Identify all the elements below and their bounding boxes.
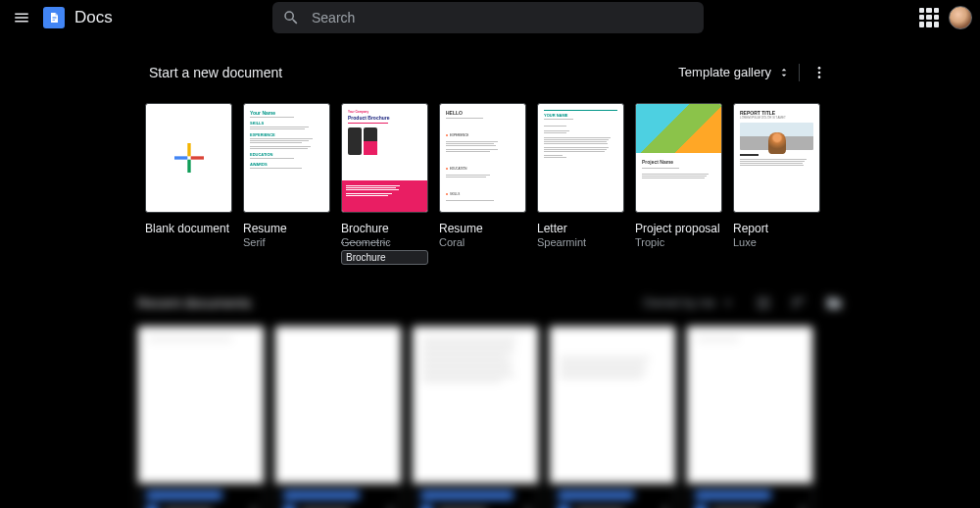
template-blank[interactable]: Blank document xyxy=(145,103,232,265)
document-card[interactable] xyxy=(412,326,539,508)
document-card[interactable] xyxy=(686,326,813,508)
template-project-proposal[interactable]: Project Name Project proposal Tropic xyxy=(635,103,722,265)
template-subtitle: Coral xyxy=(439,236,526,248)
template-brochure[interactable]: Your Company Product Brochure Brochure G… xyxy=(341,103,428,265)
templates-more-button[interactable] xyxy=(808,61,831,84)
template-subtitle: Spearmint xyxy=(537,236,624,248)
template-tooltip: Brochure xyxy=(341,250,428,265)
svg-point-5 xyxy=(818,76,821,78)
svg-rect-6 xyxy=(187,143,190,156)
document-card[interactable] xyxy=(137,326,265,508)
template-name: Blank document xyxy=(145,222,232,235)
template-gallery-button[interactable]: Template gallery xyxy=(678,65,791,79)
docs-logo xyxy=(43,7,65,28)
template-resume-coral[interactable]: HELLO EXPERIENCE EDUCATION SKILLS Resume… xyxy=(439,103,526,265)
template-letter[interactable]: YOUR NAME Letter Spearmint xyxy=(537,103,624,265)
svg-rect-8 xyxy=(174,156,187,159)
dropdown-icon xyxy=(719,294,737,312)
unfold-icon xyxy=(777,66,791,79)
svg-rect-7 xyxy=(187,160,190,173)
svg-point-4 xyxy=(818,71,821,74)
owned-by-filter[interactable]: Owned by me xyxy=(643,294,737,312)
template-subtitle: Luxe xyxy=(733,236,820,248)
top-bar: Docs xyxy=(0,0,980,34)
templates-header: Start a new document Template gallery xyxy=(0,34,980,91)
plus-icon xyxy=(174,143,204,173)
recent-documents-section: Recent documents Owned by me xyxy=(0,282,980,508)
template-subtitle: Geometric xyxy=(341,236,428,248)
template-subtitle: Tropic xyxy=(635,236,722,248)
template-name: Report xyxy=(733,222,820,235)
svg-rect-9 xyxy=(190,156,203,159)
template-gallery-label: Template gallery xyxy=(678,65,771,79)
main-menu-button[interactable] xyxy=(8,4,35,31)
hamburger-icon xyxy=(13,9,30,26)
template-name: Resume xyxy=(243,222,330,235)
template-name: Project proposal xyxy=(635,222,722,235)
documents-row-1 xyxy=(137,326,843,508)
template-report[interactable]: REPORT TITLE LOREM IPSUM DOLOR SIT AMET … xyxy=(733,103,820,265)
recent-docs-title: Recent documents xyxy=(137,295,252,311)
more-vert-icon xyxy=(811,65,827,80)
template-name: Brochure xyxy=(341,222,428,235)
template-name: Letter xyxy=(537,222,624,235)
svg-rect-2 xyxy=(53,20,56,21)
svg-point-3 xyxy=(818,67,821,70)
sort-icon[interactable] xyxy=(790,294,808,312)
account-avatar[interactable] xyxy=(949,6,972,29)
svg-rect-0 xyxy=(53,17,57,18)
app-title: Docs xyxy=(74,8,113,27)
template-subtitle: Serif xyxy=(243,236,330,248)
template-name: Resume xyxy=(439,222,526,235)
svg-rect-1 xyxy=(53,18,57,19)
search-bar[interactable] xyxy=(272,2,704,33)
list-view-icon[interactable] xyxy=(755,294,772,312)
search-icon xyxy=(282,9,300,26)
template-resume-serif[interactable]: Your Name SKILLS EXPERIENCE EDUCATION AW… xyxy=(243,103,330,265)
search-input[interactable] xyxy=(312,10,694,25)
google-apps-button[interactable] xyxy=(919,8,939,27)
folder-icon[interactable] xyxy=(825,294,843,312)
templates-section-title: Start a new document xyxy=(149,65,282,80)
document-card[interactable] xyxy=(549,326,676,508)
divider xyxy=(799,64,800,81)
templates-row: Blank document Your Name SKILLS EXPERIEN… xyxy=(0,91,980,282)
document-card[interactable] xyxy=(274,326,402,508)
